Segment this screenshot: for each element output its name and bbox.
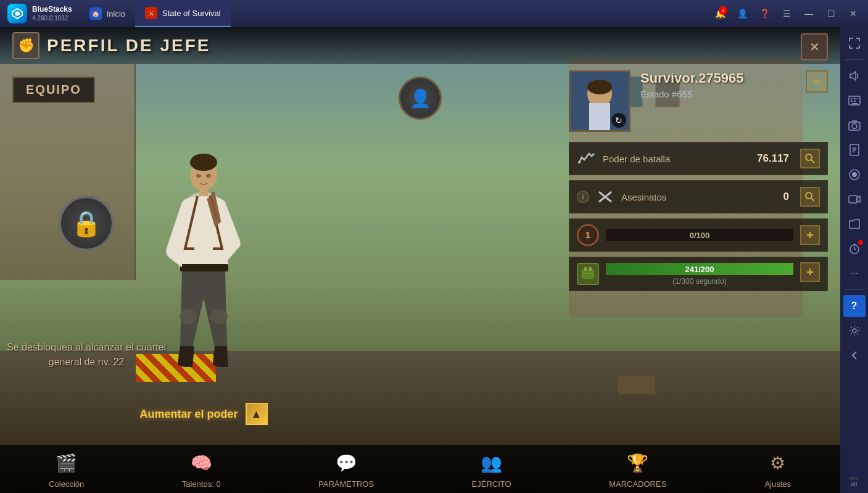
svg-rect-14 <box>589 103 610 130</box>
ejercito-label: EJÉRCITO <box>472 479 511 489</box>
svg-point-13 <box>587 80 612 94</box>
svg-point-40 <box>852 172 857 177</box>
asesinatos-row: i Asesinatos 0 <box>569 180 828 213</box>
nav-talentos[interactable]: 🧠 Talentos: 0 <box>170 450 233 489</box>
nav-ajustes[interactable]: ⚙ Ajustes <box>752 450 804 489</box>
poder-batalla-row: Poder de batalla 76.117 <box>569 142 828 175</box>
nav-ejercito[interactable]: 👥 EJÉRCITO <box>460 450 524 489</box>
coleccion-label: Colección <box>49 479 84 489</box>
nav-parametros[interactable]: 💬 PARÁMETROS <box>306 450 386 489</box>
sidebar-settings-button[interactable] <box>843 320 866 342</box>
sidebar-more-button[interactable]: ··· <box>843 262 866 284</box>
svg-point-16 <box>806 154 812 160</box>
level-badge: 1 <box>577 224 599 246</box>
avatar-info: Survivor.275965 Estado #655 <box>640 70 796 99</box>
food-bar-container: 241/200 (1/300 segundo) <box>605 262 794 286</box>
help-button[interactable]: ❓ <box>754 4 774 23</box>
bluestacks-name: BlueStacks 4.260.0.1032 <box>32 5 72 23</box>
sidebar-keyboard-button[interactable] <box>843 89 866 112</box>
poder-label: Poder de batalla <box>603 154 751 164</box>
poder-icon <box>577 149 597 168</box>
nav-marcadores[interactable]: 🏆 MARCADORES <box>597 450 679 489</box>
poder-search-button[interactable] <box>800 149 820 168</box>
game-content: ✊ PERFIL DE JEFE ✕ EQUIPO 🔒 Se desbloque… <box>0 27 840 493</box>
food-section: 241/200 (1/300 segundo) + <box>569 257 828 291</box>
sidebar-files-button[interactable] <box>843 213 866 235</box>
game-area: ✊ PERFIL DE JEFE ✕ EQUIPO 🔒 Se desbloque… <box>0 27 868 493</box>
xp-bar-bg: 0/100 <box>605 228 794 242</box>
sidebar-help-button[interactable]: ? <box>843 295 866 317</box>
equipo-label: EQUIPO <box>12 77 95 103</box>
tab-game[interactable]: ⚔ State of Survival <box>135 0 231 27</box>
unlock-text: Se desbloquea al alcanzar el cuartel gen… <box>6 340 167 370</box>
svg-rect-27 <box>851 98 853 99</box>
account-button[interactable]: 👤 <box>732 4 752 23</box>
ajustes-icon: ⚙ <box>764 450 792 477</box>
svg-rect-6 <box>180 264 228 271</box>
sidebar-screenshot-button[interactable] <box>843 114 866 136</box>
xp-plus-button[interactable]: + <box>800 225 820 245</box>
food-icon <box>577 263 599 285</box>
bluestacks-icon <box>7 4 27 23</box>
food-bar-bg: 241/200 <box>605 262 794 276</box>
game-tab-icon: ⚔ <box>145 7 157 19</box>
nav-coleccion[interactable]: 🎬 Colección <box>36 450 96 489</box>
bottom-navigation: 🎬 Colección 🧠 Talentos: 0 💬 PARÁMETROS 👥… <box>0 444 840 493</box>
sidebar-back-button[interactable] <box>843 344 866 367</box>
svg-rect-23 <box>584 267 587 271</box>
sidebar-timer-button[interactable] <box>843 238 866 260</box>
notification-button[interactable]: 🔔 4 <box>710 4 730 23</box>
edit-name-button[interactable]: ✏ <box>806 70 828 93</box>
sidebar-volume-button[interactable] <box>843 65 866 87</box>
menu-button[interactable]: ☰ <box>777 4 796 23</box>
parametros-icon: 💬 <box>333 450 360 477</box>
svg-point-15 <box>578 161 581 164</box>
fps-counter: FPS 60 <box>850 476 859 488</box>
svg-marker-1 <box>15 11 20 16</box>
tab-bar: 🏠 Inicio ⚔ State of Survival <box>80 0 710 27</box>
close-button[interactable]: ✕ <box>801 33 828 60</box>
sidebar-apk-button[interactable] <box>843 139 866 161</box>
talentos-label: Talentos: 0 <box>182 479 221 489</box>
svg-rect-41 <box>849 196 857 203</box>
equipo-panel: EQUIPO 🔒 Se desbloquea al alcanzar el cu… <box>0 64 173 444</box>
asesinatos-search-button[interactable] <box>800 187 820 207</box>
svg-point-20 <box>806 193 812 199</box>
close-window-button[interactable]: ✕ <box>843 4 863 23</box>
svg-line-17 <box>811 160 814 163</box>
header-profile-icon: ✊ <box>12 32 39 59</box>
home-tab-label: Inicio <box>107 9 125 19</box>
xp-section: 1 0/100 + <box>569 218 828 252</box>
svg-point-7 <box>180 309 197 324</box>
talentos-icon: 🧠 <box>188 450 215 477</box>
avatar-circle-button[interactable]: 👤 <box>399 77 442 120</box>
asesinatos-value: 0 <box>783 191 789 203</box>
food-value-text: 241/200 <box>606 263 793 275</box>
avatar-container: ↻ <box>569 70 630 132</box>
food-subtext: (1/300 segundo) <box>605 277 794 286</box>
lock-icon: 🔒 <box>59 196 114 251</box>
maximize-button[interactable]: ☐ <box>821 4 841 23</box>
sidebar-record-button[interactable] <box>843 164 866 186</box>
ajustes-label: Ajustes <box>764 479 791 489</box>
svg-rect-30 <box>851 101 853 102</box>
marcadores-label: MARCADORES <box>609 479 666 489</box>
minimize-button[interactable]: — <box>799 4 819 23</box>
timer-badge <box>858 240 863 245</box>
svg-rect-24 <box>589 267 592 271</box>
profile-panel: ↻ Survivor.275965 Estado #655 ✏ Poder de… <box>569 70 828 291</box>
marcadores-icon: 🏆 <box>624 450 651 477</box>
avatar-section: ↻ Survivor.275965 Estado #655 ✏ <box>569 70 828 132</box>
svg-rect-29 <box>857 98 858 99</box>
right-sidebar: ··· ? FPS 60 <box>840 27 868 493</box>
avatar-refresh-button[interactable]: ↻ <box>611 113 626 128</box>
svg-rect-22 <box>582 270 593 278</box>
estado-text: Estado #655 <box>640 89 796 99</box>
asesinatos-info-button[interactable]: i <box>577 191 589 203</box>
food-plus-button[interactable]: + <box>800 262 820 282</box>
equipo-title: EQUIPO <box>26 83 81 96</box>
sidebar-fullscreen-button[interactable] <box>843 32 866 54</box>
tab-home[interactable]: 🏠 Inicio <box>80 0 135 27</box>
coleccion-icon: 🎬 <box>53 450 80 477</box>
sidebar-video-button[interactable] <box>843 188 866 210</box>
